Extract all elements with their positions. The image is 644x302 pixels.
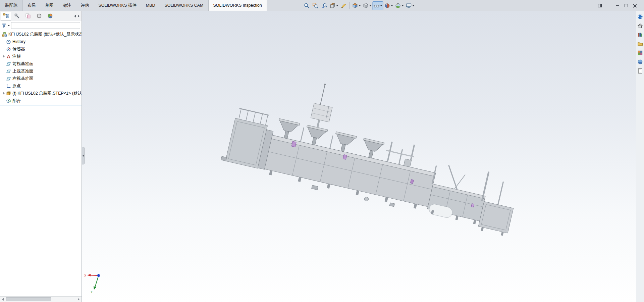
tree-item-front-plane[interactable]: 前视基准面 [0,60,82,67]
tree-item-top-plane[interactable]: 上视基准面 [0,67,82,75]
propertymanager-icon [14,13,20,19]
design-library-button[interactable] [637,31,644,38]
display-style-cube-icon [363,3,369,9]
scroll-tabs-right-button[interactable] [78,15,79,17]
view-settings-button[interactable] [405,1,416,10]
appearances-scenes-button[interactable] [637,58,644,65]
tree-item-right-plane[interactable]: 右视基准面 [0,75,82,82]
tree-item-history[interactable]: History [0,38,82,45]
assembly-3d-model[interactable] [82,11,636,302]
scroll-right-button[interactable] [76,297,82,302]
edit-appearance-button[interactable] [383,1,394,10]
tree-item-mates[interactable]: 配合 [0,97,82,104]
tab-solidworks-cam[interactable]: SOLIDWORKS CAM [160,0,208,11]
configurationmanager-icon [25,13,31,19]
display-style-button[interactable] [362,1,373,10]
view-orientation-button[interactable] [351,1,362,10]
section-view-button[interactable] [329,1,339,10]
tab-mbd[interactable]: MBD [141,0,160,11]
annotation-pencil-icon [341,3,347,9]
tab-layout[interactable]: 布局 [23,0,41,11]
tab-solidworks-inspection[interactable]: SOLIDWORKS Inspection [208,0,267,11]
expand-arrow-icon[interactable] [2,55,6,58]
solidworks-resources-button[interactable] [637,13,644,20]
toggle-task-pane-button[interactable] [596,1,604,10]
home-button[interactable] [637,22,644,29]
tab-sketch[interactable]: 草图 [41,0,58,11]
tab-displaymanager[interactable] [45,12,55,20]
filter-funnel-button[interactable] [1,23,10,28]
caret-down-icon [380,5,382,6]
tab-solidworks-addins[interactable]: SOLIDWORKS 插件 [94,0,141,11]
graphics-area[interactable]: X Y [82,11,636,302]
sensors-icon [6,47,11,52]
solidworks-window: 装配体 布局 草图 标注 评估 SOLIDWORKS 插件 MBD SOLIDW… [0,0,644,302]
tree-root-assembly[interactable]: KFHJSL02 总装图 (默认<默认_显示状态 [0,31,82,38]
heads-up-view-toolbar [303,1,416,10]
filter-bar [0,21,82,30]
file-explorer-folder-icon [637,41,643,47]
tab-propertymanager[interactable] [12,12,22,20]
file-explorer-button[interactable] [637,40,644,47]
tree-item-origin[interactable]: 原点 [0,82,82,90]
scrollbar-track[interactable] [6,297,76,302]
tree-item-annotations[interactable]: 注解 [0,53,82,60]
tree-item-sensors[interactable]: 传感器 [0,45,82,53]
pane-toggle-icon [598,4,602,7]
tab-configurationmanager[interactable] [23,12,33,20]
scroll-left-button[interactable] [0,297,6,302]
section-view-icon [330,3,336,9]
featuremanager-tree-icon [3,13,9,19]
tab-markup[interactable]: 标注 [58,0,76,11]
tab-assembly[interactable]: 装配体 [0,0,23,11]
tab-dimxpertmanager[interactable] [34,12,44,20]
zoom-to-area-button[interactable] [311,1,320,10]
caret-down-icon [402,5,404,6]
zoom-to-fit-icon [304,3,310,9]
hide-show-items-button[interactable] [373,1,383,10]
view-palette-button[interactable] [637,49,644,56]
tree-selection-bar [0,105,82,105]
edit-appearance-ball-icon [384,3,390,9]
feature-manager-panel: KFHJSL02 总装图 (默认<默认_显示状态 History 传感器 注解 [0,11,82,302]
task-pane-strip [636,11,644,302]
dynamic-annotation-views-button[interactable] [339,1,348,10]
plane-icon [6,69,11,74]
toolbar-separator [350,2,350,9]
triad-y-label: Y [91,290,93,293]
plane-icon [6,76,11,81]
close-icon [633,4,637,8]
scroll-tabs-left-button[interactable] [74,15,76,17]
custom-properties-icon [637,68,643,74]
zoom-to-area-icon [313,3,319,9]
tab-featuremanager-design-tree[interactable] [1,12,11,20]
previous-view-icon [321,3,327,9]
scrollbar-thumb[interactable] [6,297,51,301]
tree-filter-input[interactable] [11,22,80,29]
minimize-icon [616,5,619,6]
solidworks-resources-icon [637,14,643,19]
hide-show-glasses-icon [374,3,380,9]
origin-icon [6,84,11,89]
zoom-to-fit-button[interactable] [303,1,311,10]
caret-down-icon [413,5,415,6]
expand-arrow-icon[interactable] [2,92,6,95]
panel-splitter-handle[interactable] [82,147,85,164]
dimxpert-target-icon [36,13,42,19]
assembly-icon [2,32,7,37]
panel-tab-strip [0,11,82,21]
minimize-button[interactable] [613,1,622,10]
featuremanager-design-tree: KFHJSL02 总装图 (默认<默认_显示状态 History 传感器 注解 [0,30,82,296]
caret-down-icon [8,25,10,26]
tree-item-step-component[interactable]: (f) KFHJSL02 总装图.STEP<1> (默认 [0,90,82,97]
tab-evaluate[interactable]: 评估 [76,0,94,11]
custom-properties-button[interactable] [637,67,644,74]
apply-scene-button[interactable] [394,1,405,10]
annotations-icon [6,54,11,59]
caret-down-icon [336,5,338,6]
view-palette-icon [637,50,643,56]
restore-down-button[interactable] [622,1,631,10]
close-button[interactable] [631,1,639,10]
command-manager-bar: 装配体 布局 草图 标注 评估 SOLIDWORKS 插件 MBD SOLIDW… [0,0,644,11]
previous-view-button[interactable] [320,1,329,10]
